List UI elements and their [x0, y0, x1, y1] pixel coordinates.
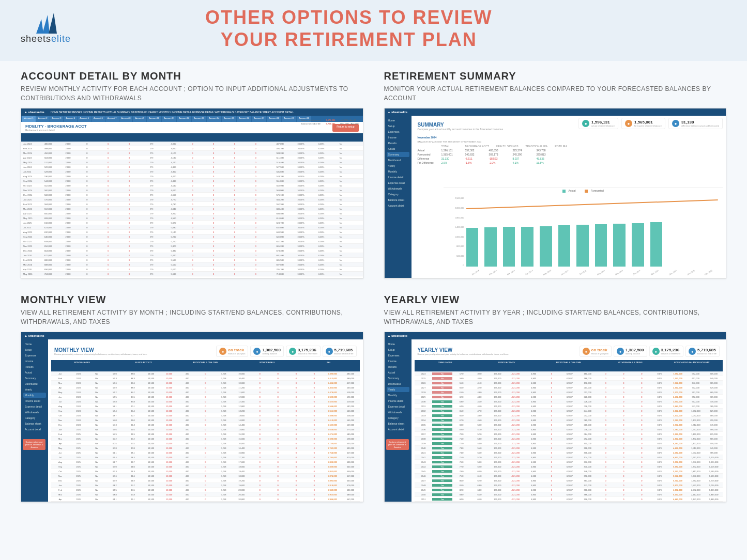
view-title: MONTHLY VIEW [54, 347, 212, 353]
summary-chart: Actual Forecasted 2,500,0002,000,0001,80… [444, 187, 723, 275]
panel-desc: MONITOR YOUR ACTUAL RETIREMENT BALANCES … [384, 84, 727, 103]
grid-header [21, 133, 363, 142]
nav-links: HOME SETUP EXPENSES INCOME RESULTS ACTUA… [51, 111, 294, 114]
panels-grid: ACCOUNT DETAIL BY MONTH REVIEW MONTHLY A… [0, 61, 747, 511]
screenshot-summary: ▲ sheetselite HomeSetupExpensesIncomeRes… [384, 108, 727, 278]
app-brand: ▲ sheetselite [24, 111, 44, 114]
panel-monthly-view: MONTHLY VIEW VIEW ALL RETIREMENT ACTIVIT… [21, 294, 363, 502]
cta-button[interactable]: Custom retirement plan for Jonathan & Je… [23, 439, 45, 450]
panel-yearly-view: YEARLY VIEW VIEW ALL RETIREMENT ACTIVITY… [384, 294, 727, 502]
screenshot-monthly: ▲ sheetselite HomeSetupExpensesIncomeRes… [21, 332, 363, 502]
col-header [415, 365, 723, 371]
balance-box: balance at retirementbalance at end of l… [300, 118, 360, 126]
logo-icon [33, 13, 59, 34]
data-rows: Jan2024No56.038.010,50010,10040005,21310… [51, 371, 360, 502]
view-title: YEARLY VIEW [418, 347, 575, 353]
summary-table: November 2024 BALANCES BY ACCOUNT FOR TH… [415, 134, 723, 167]
panel-account-detail: ACCOUNT DETAIL BY MONTH REVIEW MONTHLY A… [21, 70, 363, 278]
account-title: FIDELITY - BROKERAGE ACCT [25, 124, 87, 129]
data-grid: Jan 2024480,0002,0000002794,0000000487,0… [21, 133, 363, 278]
summary-content: SUMMARY Compare your actual monthly acco… [411, 116, 726, 278]
summary-sub: Compare your actual monthly account bala… [418, 128, 504, 131]
logo-text: sheetselite [21, 34, 71, 44]
chart-legend: Actual Forecasted [444, 188, 723, 194]
group-header: YEAR & AGESFUNDS ACTIVITYADDITIONAL & ON… [415, 360, 723, 365]
app-topbar: ▲ sheetselite [385, 108, 726, 116]
logo: sheetselite [21, 13, 71, 44]
page-title: OTHER OPTIONS TO REVIEW YOUR RETIREMENT … [205, 6, 492, 51]
screenshot-yearly: ▲ sheetselite HomeSetupExpensesIncomeRes… [384, 332, 727, 502]
panel-heading: MONTHLY VIEW [21, 294, 363, 306]
panel-desc: VIEW ALL RETIREMENT ACTIVITY BY YEAR ; I… [384, 308, 727, 326]
app-sidebar[interactable]: HomeSetupExpensesIncomeResultsActualSumm… [385, 339, 411, 502]
header: sheetselite OTHER OPTIONS TO REVIEW YOUR… [0, 0, 747, 61]
app-sidebar[interactable]: HomeSetupExpensesIncomeResultsActualSumm… [21, 339, 48, 502]
app-topbar: ▲ sheetselite HOME SETUP EXPENSES INCOME… [21, 108, 363, 116]
app-sidebar[interactable]: HomeSetupExpensesIncomeResultsActualSumm… [385, 116, 411, 278]
summary-month: November 2024 [418, 136, 720, 139]
kpi-row: ●1,596,131actual retirement balance●1,56… [578, 118, 723, 129]
panel-heading: RETIREMENT SUMMARY [384, 70, 727, 82]
col-header [51, 365, 360, 371]
data-rows: 2024No57.039.0126,000-121,2004,800062,88… [415, 371, 723, 502]
screenshot-account-detail: ▲ sheetselite HOME SETUP EXPENSES INCOME… [21, 108, 363, 278]
panel-heading: YEARLY VIEW [384, 294, 727, 306]
panel-heading: ACCOUNT DETAIL BY MONTH [21, 70, 363, 82]
cta-button[interactable]: Custom retirement plan for Jonathan & Je… [386, 439, 409, 450]
account-subtitle: Retirement account detail [25, 129, 87, 132]
panel-desc: VIEW ALL RETIREMENT ACTIVITY BY MONTH ; … [21, 308, 363, 326]
group-header: MONTH & AGESFUNDS ACTIVITYADDITIONAL & O… [51, 360, 360, 365]
panel-desc: REVIEW MONTHLY ACTIVITY FOR EACH ACCOUNT… [21, 84, 363, 103]
summary-title: SUMMARY [418, 122, 504, 128]
panel-retirement-summary: RETIREMENT SUMMARY MONITOR YOUR ACTUAL R… [384, 70, 727, 278]
